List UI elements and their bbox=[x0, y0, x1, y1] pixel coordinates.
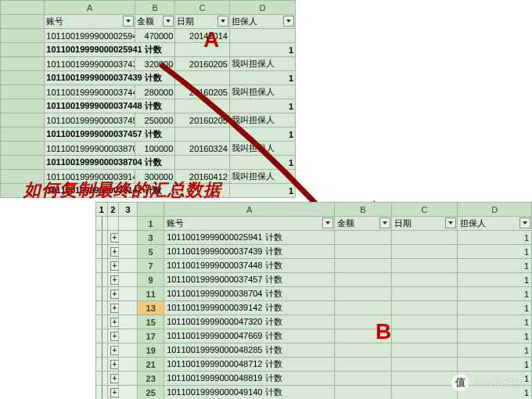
row-header[interactable] bbox=[1, 71, 45, 85]
row-header[interactable] bbox=[1, 85, 45, 99]
filter-icon[interactable] bbox=[217, 16, 228, 27]
cell-account-count[interactable]: 10110019999000048819 计数 bbox=[164, 372, 335, 386]
header-date[interactable]: 日期 bbox=[175, 15, 230, 29]
cell[interactable] bbox=[335, 231, 392, 245]
cell-account-count[interactable]: 10110019999000048285 计数 bbox=[164, 343, 335, 358]
row-header[interactable] bbox=[1, 29, 45, 43]
outline-level-2[interactable]: 2 bbox=[107, 203, 119, 217]
cell-count[interactable]: 1 bbox=[458, 273, 532, 287]
cell-account-count[interactable]: 10110019999000049140 计数 bbox=[164, 386, 335, 400]
outline-expand[interactable]: + bbox=[107, 358, 119, 372]
row-header[interactable]: 1 bbox=[138, 217, 164, 231]
filter-icon[interactable] bbox=[322, 217, 333, 228]
cell[interactable] bbox=[391, 301, 458, 315]
cell[interactable] bbox=[391, 343, 458, 358]
row-header[interactable] bbox=[1, 128, 45, 142]
cell-guarantor[interactable]: 我叫担保人 bbox=[229, 113, 295, 128]
cell-account-count[interactable]: 10110019999000037457 计数 bbox=[164, 273, 335, 287]
cell-account-count[interactable]: 10110019999000037448 计数 bbox=[45, 99, 175, 113]
outline-expand[interactable]: + bbox=[107, 315, 119, 329]
row-header[interactable]: 7 bbox=[138, 259, 164, 273]
cell-amount[interactable]: 470000 bbox=[135, 29, 175, 43]
row-header[interactable]: 23 bbox=[138, 372, 164, 386]
cell[interactable] bbox=[335, 259, 392, 273]
row-header[interactable]: 5 bbox=[138, 245, 164, 259]
cell[interactable] bbox=[335, 287, 392, 301]
cell[interactable] bbox=[335, 245, 392, 259]
plus-icon[interactable]: + bbox=[110, 318, 119, 327]
outline-expand[interactable]: + bbox=[107, 231, 119, 245]
col-header-d[interactable]: D bbox=[458, 203, 532, 217]
plus-icon[interactable]: + bbox=[110, 332, 119, 341]
spreadsheet-b[interactable]: 1 2 3 A B C D 1 账号 金额 日期 担保人 + 3 1011001… bbox=[95, 202, 532, 399]
cell[interactable] bbox=[335, 358, 392, 372]
col-header-c[interactable]: C bbox=[175, 1, 230, 15]
plus-icon[interactable]: + bbox=[110, 346, 119, 355]
cell-account-count[interactable]: 10110019999000038704 计数 bbox=[164, 287, 335, 301]
plus-icon[interactable]: + bbox=[110, 374, 119, 383]
cell[interactable] bbox=[335, 372, 392, 386]
plus-icon[interactable]: + bbox=[110, 304, 119, 313]
cell[interactable] bbox=[391, 273, 458, 287]
cell[interactable] bbox=[335, 343, 392, 358]
cell[interactable] bbox=[175, 43, 230, 57]
cell-count[interactable]: 1 bbox=[229, 43, 295, 57]
row-header[interactable]: 17 bbox=[138, 329, 164, 343]
cell-guarantor[interactable] bbox=[229, 29, 295, 43]
outline-expand[interactable]: + bbox=[107, 273, 119, 287]
row-header[interactable] bbox=[1, 43, 45, 57]
col-header-d[interactable]: D bbox=[229, 1, 295, 15]
cell-account-count[interactable]: 10110019999000048712 计数 bbox=[164, 358, 335, 372]
cell[interactable] bbox=[335, 273, 392, 287]
cell-account-count[interactable]: 10110019999000037439 计数 bbox=[164, 245, 335, 259]
cell-count[interactable]: 1 bbox=[458, 259, 532, 273]
cell-account[interactable]: 10110019999000037448 bbox=[45, 85, 135, 99]
plus-icon[interactable]: + bbox=[110, 275, 119, 285]
cell-amount[interactable]: 280000 bbox=[135, 85, 175, 99]
row-header[interactable] bbox=[1, 15, 45, 29]
cell[interactable] bbox=[391, 358, 458, 372]
cell-account-count[interactable]: 10110019999000047320 计数 bbox=[164, 315, 335, 329]
cell-account-count[interactable]: 10110019999000038704 计数 bbox=[45, 156, 175, 170]
cell[interactable] bbox=[391, 386, 458, 400]
row-header[interactable]: 21 bbox=[138, 358, 164, 372]
cell-count[interactable]: 1 bbox=[458, 287, 532, 301]
row-header[interactable]: 11 bbox=[138, 287, 164, 301]
cell-date[interactable]: 20160205 bbox=[175, 85, 230, 99]
cell-count[interactable]: 1 bbox=[458, 358, 532, 372]
cell[interactable] bbox=[391, 329, 458, 343]
cell-amount[interactable]: 320000 bbox=[135, 57, 175, 71]
cell-account[interactable]: 10110019999000037439 bbox=[45, 57, 135, 71]
header-amount[interactable]: 金额 bbox=[135, 15, 175, 29]
row-header[interactable] bbox=[1, 113, 45, 128]
filter-icon[interactable] bbox=[519, 217, 530, 228]
cell[interactable] bbox=[335, 301, 392, 315]
header-guarantor[interactable]: 担保人 bbox=[229, 15, 295, 29]
cell-count[interactable]: 1 bbox=[458, 301, 532, 315]
outline-level-1[interactable]: 1 bbox=[96, 203, 108, 217]
cell-account[interactable]: 10110019999000025941 bbox=[45, 29, 135, 43]
cell[interactable] bbox=[335, 386, 392, 400]
cell-count[interactable]: 1 bbox=[229, 184, 295, 198]
row-header[interactable] bbox=[1, 57, 45, 71]
spreadsheet-a[interactable]: A B C D 账号 金额 日期 担保人 1011001999900002594… bbox=[0, 0, 296, 198]
row-header[interactable]: 13 bbox=[138, 301, 164, 315]
cell[interactable] bbox=[175, 128, 230, 142]
outline-expand[interactable]: + bbox=[107, 287, 119, 301]
cell-account-count[interactable]: 10110019999000025941 计数 bbox=[164, 231, 335, 245]
row-header[interactable] bbox=[1, 156, 45, 170]
cell-account-count[interactable]: 10110019999000039142 计数 bbox=[164, 301, 335, 315]
cell-date[interactable]: 20160205 bbox=[175, 57, 230, 71]
cell[interactable] bbox=[391, 259, 458, 273]
cell-guarantor[interactable]: 我叫担保人 bbox=[229, 85, 295, 99]
cell-amount[interactable]: 100000 bbox=[135, 142, 175, 156]
col-header-b[interactable]: B bbox=[335, 203, 392, 217]
header-guarantor[interactable]: 担保人 bbox=[458, 217, 532, 231]
cell-account[interactable]: 10110019999000037457 bbox=[45, 113, 135, 128]
outline-expand[interactable]: + bbox=[107, 245, 119, 259]
cell-count[interactable]: 1 bbox=[229, 99, 295, 113]
filter-icon[interactable] bbox=[379, 217, 390, 228]
outline-expand[interactable]: + bbox=[107, 259, 119, 273]
cell-guarantor[interactable]: 我叫担保人 bbox=[229, 170, 295, 184]
cell-account[interactable]: 10110019999000038704 bbox=[45, 142, 135, 156]
